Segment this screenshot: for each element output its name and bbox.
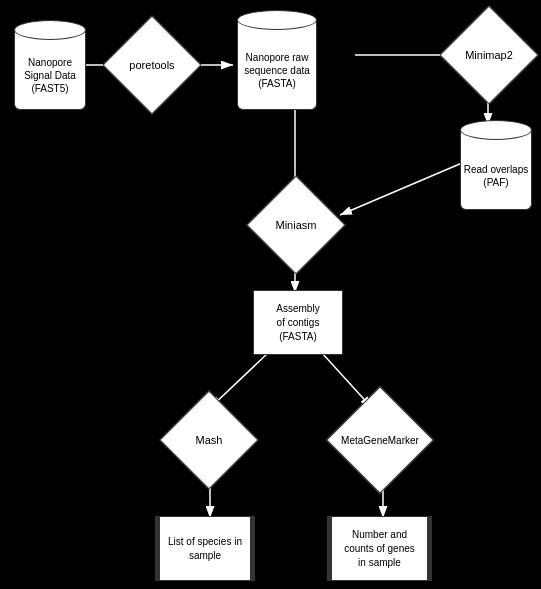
miniasm-node: Miniasm xyxy=(261,190,331,260)
gene-counts-node: Number andcounts of genesin sample xyxy=(327,516,432,581)
assembly-label: Assemblyof contigs(FASTA) xyxy=(276,302,319,344)
diagram-canvas: Nanopore Signal Data (FAST5) poretools N… xyxy=(0,0,541,589)
metagenemarker-node: MetaGeneMarker xyxy=(340,405,420,475)
nanopore-signal-label: Nanopore Signal Data (FAST5) xyxy=(15,56,85,95)
mash-node: Mash xyxy=(174,405,244,475)
list-species-label: List of species insample xyxy=(168,535,242,563)
gene-counts-label: Number andcounts of genesin sample xyxy=(344,528,415,570)
read-overlaps-node: Read overlaps(PAF) xyxy=(456,120,536,210)
poretools-node: poretools xyxy=(117,30,187,100)
miniasm-label: Miniasm xyxy=(276,219,317,231)
list-species-node: List of species insample xyxy=(155,516,255,581)
nanopore-signal-node: Nanopore Signal Data (FAST5) xyxy=(10,20,90,110)
assembly-node: Assemblyof contigs(FASTA) xyxy=(253,290,343,355)
mash-label: Mash xyxy=(196,434,223,446)
minimap2-label: Minimap2 xyxy=(465,49,513,61)
minimap2-node: Minimap2 xyxy=(454,20,524,90)
metagenemarker-label: MetaGeneMarker xyxy=(341,435,419,446)
nanopore-raw-label: Nanopore rawsequence data(FASTA) xyxy=(244,51,310,90)
svg-line-9 xyxy=(322,353,372,408)
poretools-label: poretools xyxy=(129,59,174,71)
nanopore-raw-node: Nanopore rawsequence data(FASTA) xyxy=(232,10,322,110)
svg-line-5 xyxy=(340,163,462,215)
read-overlaps-label: Read overlaps(PAF) xyxy=(464,163,528,189)
